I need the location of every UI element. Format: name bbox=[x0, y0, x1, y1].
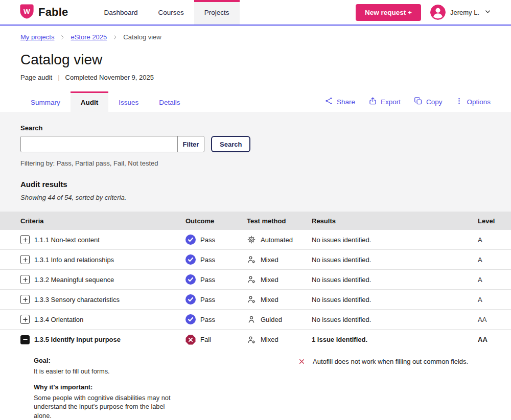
tab-summary[interactable]: Summary bbox=[20, 91, 71, 112]
criteria-cell: 1.3.4 Orientation bbox=[20, 315, 185, 324]
level-cell: A bbox=[478, 296, 501, 304]
copy-button[interactable]: Copy bbox=[414, 97, 443, 107]
expand-row-button[interactable] bbox=[20, 275, 30, 284]
breadcrumb: My projects eStore 2025 Catalog view bbox=[0, 26, 511, 41]
outcome-cell: Fail bbox=[185, 335, 247, 345]
copy-label: Copy bbox=[426, 98, 443, 106]
level-cell: A bbox=[478, 256, 501, 264]
outcome-cell: Pass bbox=[185, 274, 247, 285]
filtering-by-text: Filtering by: Pass, Partial pass, Fail, … bbox=[20, 159, 491, 167]
level-label: A bbox=[478, 256, 482, 264]
outcome-cell: Pass bbox=[185, 254, 247, 265]
search-button[interactable]: Search bbox=[211, 136, 250, 152]
expand-row-button[interactable] bbox=[20, 255, 30, 264]
table-row: 1.3.2 Meaningful sequence Pass Mixed No … bbox=[0, 270, 511, 290]
share-button[interactable]: Share bbox=[324, 97, 355, 107]
test-method-icon bbox=[247, 295, 256, 304]
options-button[interactable]: Options bbox=[455, 97, 491, 106]
table-row: 1.3.1 Info and relationships Pass Mixed … bbox=[0, 250, 511, 270]
test-method-cell: Mixed bbox=[247, 335, 312, 344]
level-label: AA bbox=[478, 336, 487, 343]
header-test-method: Test method bbox=[247, 217, 312, 225]
nav-item-projects[interactable]: Projects bbox=[194, 0, 240, 25]
level-label: A bbox=[478, 296, 482, 304]
nav-item-courses[interactable]: Courses bbox=[148, 0, 194, 25]
nav-item-dashboard[interactable]: Dashboard bbox=[94, 0, 148, 25]
outcome-cell: Pass bbox=[185, 314, 247, 324]
search-input[interactable] bbox=[21, 136, 177, 152]
test-method-icon bbox=[247, 255, 256, 264]
level-label: A bbox=[478, 276, 482, 284]
brand-name: Fable bbox=[38, 6, 68, 19]
test-method-label: Mixed bbox=[261, 296, 278, 304]
page-meta: Page audit | Completed November 9, 2025 bbox=[20, 74, 491, 81]
outcome-cell: Pass bbox=[185, 294, 247, 305]
copy-icon bbox=[414, 97, 423, 107]
brand-logo[interactable]: W Fable bbox=[19, 0, 68, 25]
expand-row-button[interactable] bbox=[20, 315, 30, 324]
export-button[interactable]: Export bbox=[368, 97, 401, 107]
new-request-button[interactable]: New request + bbox=[356, 4, 421, 21]
test-method-label: Mixed bbox=[261, 276, 278, 284]
criteria-label: 1.3.1 Info and relationships bbox=[34, 256, 114, 264]
tab-audit[interactable]: Audit bbox=[71, 91, 109, 112]
table-row: 1.1.1 Non-text content Pass Automated No… bbox=[0, 230, 511, 250]
test-method-icon bbox=[247, 315, 256, 324]
collapse-row-button[interactable] bbox=[20, 335, 30, 344]
test-method-icon bbox=[247, 275, 256, 284]
tab-details[interactable]: Details bbox=[149, 91, 190, 112]
criteria-label: 1.3.4 Orientation bbox=[34, 316, 83, 323]
search-label: Search bbox=[20, 124, 491, 132]
level-label: AA bbox=[478, 316, 486, 323]
expand-row-button[interactable] bbox=[20, 235, 30, 244]
outcome-label: Pass bbox=[200, 296, 215, 304]
breadcrumb-estore-2025[interactable]: eStore 2025 bbox=[71, 33, 107, 41]
export-icon bbox=[368, 97, 377, 107]
header-outcome: Outcome bbox=[185, 217, 247, 225]
breadcrumb-current: Catalog view bbox=[123, 33, 161, 41]
criteria-label: 1.3.3 Sensory characteristics bbox=[34, 296, 120, 304]
table-body: 1.1.1 Non-text content Pass Automated No… bbox=[0, 230, 511, 420]
outcome-cell: Pass bbox=[185, 235, 247, 245]
table-row: 1.3.3 Sensory characteristics Pass Mixed… bbox=[0, 290, 511, 310]
why-important-text: Some people with cognitive disabilities … bbox=[34, 393, 182, 420]
search-section: Search Filter Search Filtering by: Pass,… bbox=[0, 112, 511, 212]
main-nav: Dashboard Courses Projects bbox=[94, 0, 239, 25]
outcome-label: Pass bbox=[200, 276, 215, 284]
tab-issues[interactable]: Issues bbox=[108, 91, 149, 112]
share-icon bbox=[324, 97, 333, 107]
filter-button[interactable]: Filter bbox=[177, 136, 204, 152]
outcome-icon bbox=[185, 274, 196, 285]
results-label: No issues identified. bbox=[312, 256, 371, 264]
test-method-cell: Automated bbox=[247, 235, 312, 244]
criteria-cell: 1.1.1 Non-text content bbox=[20, 235, 185, 244]
breadcrumb-my-projects[interactable]: My projects bbox=[20, 33, 54, 41]
top-navbar: W Fable Dashboard Courses Projects New r… bbox=[0, 0, 511, 26]
test-method-cell: Mixed bbox=[247, 255, 312, 264]
header-results: Results bbox=[312, 217, 478, 225]
user-menu[interactable]: Jeremy L. bbox=[430, 5, 492, 20]
audit-results-heading: Audit results bbox=[20, 180, 491, 189]
expand-row-button[interactable] bbox=[20, 295, 30, 304]
criteria-cell: 1.3.3 Sensory characteristics bbox=[20, 295, 185, 304]
test-method-cell: Mixed bbox=[247, 275, 312, 284]
export-label: Export bbox=[381, 98, 401, 106]
results-label: No issues identified. bbox=[312, 296, 371, 304]
level-label: A bbox=[478, 236, 482, 244]
chevron-down-icon bbox=[484, 8, 492, 17]
results-cell: No issues identified. bbox=[312, 256, 478, 264]
criteria-label: 1.3.2 Meaningful sequence bbox=[34, 276, 114, 284]
results-label: No issues identified. bbox=[312, 316, 371, 323]
criteria-cell: 1.3.2 Meaningful sequence bbox=[20, 275, 185, 284]
audit-type-label: Page audit bbox=[20, 74, 52, 81]
outcome-icon bbox=[185, 314, 196, 324]
results-label: No issues identified. bbox=[312, 236, 371, 244]
table-header: Criteria Outcome Test method Results Lev… bbox=[0, 212, 511, 230]
results-cell: No issues identified. bbox=[312, 316, 478, 323]
why-important-label: Why it's important: bbox=[34, 383, 298, 391]
test-method-label: Mixed bbox=[261, 256, 278, 264]
options-label: Options bbox=[467, 98, 491, 106]
outcome-icon bbox=[185, 254, 196, 265]
criteria-cell: 1.3.5 Identify input purpose bbox=[20, 335, 185, 344]
outcome-label: Pass bbox=[200, 256, 215, 264]
